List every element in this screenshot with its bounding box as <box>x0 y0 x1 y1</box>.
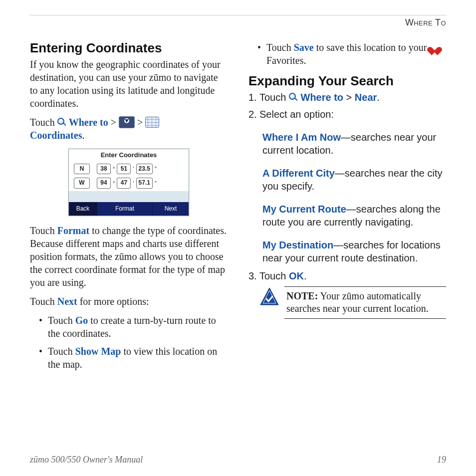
dir-cell: W <box>74 178 90 189</box>
footer-page-number: 19 <box>437 455 446 465</box>
device-button-bar: Back Format Next <box>69 202 189 216</box>
grid-globe-icon <box>145 117 159 128</box>
next-paragraph: Touch Next for more options: <box>30 295 228 308</box>
down-arrow-button-icon <box>119 116 135 128</box>
option-where-i-am: Where I Am Now—searches near your curren… <box>262 131 446 157</box>
format-paragraph: Touch Format to change the type of coord… <box>30 224 228 289</box>
magnifier-icon <box>57 118 66 127</box>
bullet-go: Touch Go to create a turn-by-turn route … <box>39 314 228 340</box>
step-3: 3.Touch OK. <box>248 269 446 282</box>
touch-path: Touch Where to > > Coordinates. <box>30 116 228 142</box>
checkmark-triangle-icon <box>259 286 279 306</box>
step-2: 2.Select an option: <box>248 108 446 121</box>
device-format-button[interactable]: Format <box>97 202 153 216</box>
device-next-button[interactable]: Next <box>153 202 189 216</box>
bullet-show-map: Touch Show Map to view this location on … <box>39 345 228 371</box>
note-text: NOTE: Your zūmo automatically searches n… <box>284 286 446 319</box>
option-different-city: A Different City—searches near the city … <box>262 167 446 193</box>
coord-row-w: W 94° 47' 57.1" <box>69 177 189 191</box>
coord-row-n: N 38° 51' 23.5" <box>69 163 189 177</box>
option-my-destination: My Destination—searches for locations ne… <box>262 238 446 264</box>
note-block: NOTE: Your zūmo automatically searches n… <box>259 286 446 319</box>
heart-icon <box>429 43 440 52</box>
option-current-route: My Current Route—searches along the rout… <box>262 203 446 229</box>
heading-expanding-search: Expanding Your Search <box>248 73 446 90</box>
heading-entering-coordinates: Entering Coordinates <box>30 40 228 57</box>
magnifier-icon <box>289 93 298 102</box>
section-header: Where To <box>405 15 446 31</box>
intro-paragraph: If you know the geographic coordinates o… <box>30 58 228 110</box>
coordinates-label: Coordinates <box>30 130 82 141</box>
device-title: Enter Coordinates <box>69 149 189 163</box>
step-1: 1.Touch Where to > Near. <box>248 91 446 104</box>
dir-cell: N <box>74 164 90 175</box>
where-to-label: Where to <box>69 117 108 128</box>
device-back-button[interactable]: Back <box>69 202 97 216</box>
bullet-save: Touch Save to save this location to your… <box>257 41 446 67</box>
footer-manual-title: zūmo 500/550 Owner's Manual <box>30 455 143 465</box>
device-screenshot: Enter Coordinates N 38° 51' 23.5" W 94° … <box>68 149 189 217</box>
